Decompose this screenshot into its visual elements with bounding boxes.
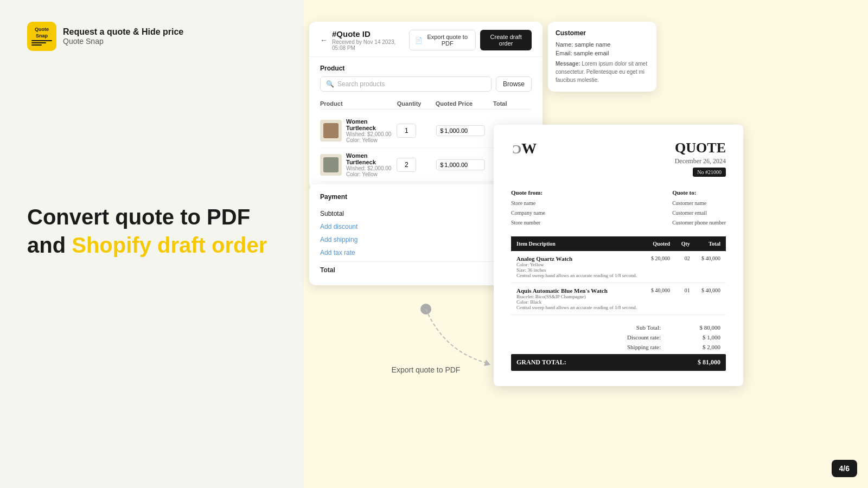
page-indicator-text: 4/6: [839, 464, 850, 473]
page-indicator: 4/6: [832, 460, 857, 477]
discount-label: Discount rate:: [607, 334, 661, 341]
pdf-items-table: Item Description Quoted Qty Total Analog…: [511, 236, 726, 315]
pdf-item1-detail3: Central sweep hand allows an accurate re…: [516, 273, 640, 278]
product-wished-2: Wished: $2,000.00: [346, 165, 394, 171]
quote-to-label: Quote to:: [672, 188, 726, 198]
qty-input-1[interactable]: [397, 124, 416, 138]
pdf-quote-number: No #21000: [693, 168, 726, 177]
headline-highlight: Shopify draft order: [72, 233, 267, 257]
add-shipping-link[interactable]: Add shipping: [320, 236, 358, 243]
customer-name: Name: sample name: [556, 41, 649, 48]
pdf-col-total: Total: [695, 236, 726, 251]
quote-date: Received by Nov 14 2023, 05:08 PM: [332, 39, 409, 51]
pdf-col-qty: Qty: [675, 236, 695, 251]
price-input-2[interactable]: $ 1,000.00: [436, 159, 485, 170]
pdf-logo-area: CW: [511, 140, 538, 157]
pdf-item2-detail2: Color: Black: [516, 299, 640, 305]
pdf-title-area: QUOTE December 26, 2024 No #21000: [675, 140, 726, 177]
product-color-1: Color: Yellow: [346, 137, 394, 143]
brand-title: Request a quote & Hide price: [63, 27, 183, 37]
pdf-store-number: Store number: [511, 218, 545, 228]
main-headline: Convert quote to PDF and Shopify draft o…: [27, 203, 277, 259]
pdf-totals: Sub Total: $ 80,000 Discount rate: $ 1,0…: [511, 323, 726, 371]
product-name-2: Women Turtleneck: [346, 152, 394, 165]
back-arrow-icon[interactable]: ←: [320, 36, 328, 44]
price-input-1[interactable]: $ 1,000.00: [436, 125, 485, 136]
search-placeholder-text: Search products: [337, 80, 385, 88]
logo-text: Quote: [35, 27, 49, 32]
file-icon: 📄: [415, 37, 423, 44]
add-tax-link[interactable]: Add tax rate: [320, 249, 355, 256]
grand-total-label: GRAND TOTAL:: [516, 358, 566, 367]
pdf-item2-total: $ 40,000: [695, 282, 726, 314]
brand-name-group: Request a quote & Hide price Quote Snap: [63, 27, 183, 46]
pdf-item2-qty: 01: [675, 282, 695, 314]
pdf-customer-phone: Customer phone number: [672, 218, 726, 228]
create-draft-button[interactable]: Create draft order: [480, 30, 532, 50]
product-wished-1: Wished: $2,000.00: [346, 131, 394, 137]
pdf-customer-email: Customer email: [672, 208, 726, 218]
pdf-customer-name: Customer name: [672, 198, 726, 208]
quote-card-header: ← #Quote ID Received by Nov 14 2023, 05:…: [309, 22, 542, 57]
headline-and: and: [27, 233, 72, 257]
total-label: Total: [320, 266, 335, 274]
headline-line1: Convert quote to PDF: [27, 205, 250, 229]
pdf-item1-quoted: $ 20,000: [645, 251, 675, 283]
logo-snap: Snap: [36, 34, 48, 38]
pdf-quote-date: December 26, 2024: [675, 157, 726, 165]
customer-title: Customer: [556, 29, 649, 37]
quote-from-block: Quote from: Store name Company name Stor…: [511, 188, 545, 228]
customer-message: Message: Lorem ipsum dolor sit amet cons…: [556, 60, 649, 84]
product-info-2: Women Turtleneck Wished: $2,000.00 Color…: [320, 152, 394, 177]
pdf-item2-detail3: Central sweep hand allows an accurate re…: [516, 305, 640, 310]
pdf-item-row-2: Aquis Automatic Blue Men's Watch Bracele…: [511, 282, 726, 314]
sub-total-value: $ 80,000: [682, 324, 720, 331]
pdf-item1-detail2: Size: 36 inches: [516, 267, 640, 273]
pdf-item2-quoted: $ 40,000: [645, 282, 675, 314]
product-color-2: Color: Yellow: [346, 171, 394, 177]
message-label: Message:: [556, 61, 580, 67]
pdf-logo-text: W: [521, 140, 538, 157]
shipping-label: Shipping rate:: [607, 344, 661, 350]
pdf-item1-qty: 02: [675, 251, 695, 283]
pdf-header: CW QUOTE December 26, 2024 No #21000: [511, 140, 726, 177]
pdf-company-name: Company name: [511, 208, 545, 218]
pdf-col-item: Item Description: [511, 236, 645, 251]
pdf-item1-name: Analog Quartz Watch: [516, 255, 640, 262]
pdf-quote-title: QUOTE: [675, 140, 726, 156]
pdf-col-quoted: Quoted: [645, 236, 675, 251]
brand-logo: Quote Snap: [27, 22, 56, 51]
shipping-value: $ 2,000: [682, 344, 720, 350]
add-discount-link[interactable]: Add discount: [320, 223, 358, 230]
svg-marker-0: [484, 359, 490, 366]
col-price: Quoted Price: [436, 100, 493, 107]
grand-total-row: GRAND TOTAL: $ 81,000: [511, 354, 726, 371]
draft-label: Create draft order: [490, 34, 522, 47]
product-thumb-2: [320, 154, 342, 176]
brand-subtitle: Quote Snap: [63, 37, 183, 46]
customer-panel: Customer Name: sample name Email: sample…: [548, 22, 656, 92]
discount-value: $ 1,000: [682, 334, 720, 341]
pdf-store-name: Store name: [511, 198, 545, 208]
qty-input-2[interactable]: [397, 158, 416, 172]
export-area-label: Export quote to PDF: [392, 365, 461, 374]
quote-id-section: ← #Quote ID Received by Nov 14 2023, 05:…: [320, 29, 409, 51]
search-box[interactable]: 🔍 Search products: [320, 76, 492, 92]
quote-id-title: #Quote ID: [332, 29, 409, 38]
browse-button[interactable]: Browse: [496, 76, 532, 92]
grand-total-value: $ 81,000: [698, 358, 720, 367]
export-dot: [420, 304, 431, 314]
export-pdf-button[interactable]: 📄 Export quote to PDF: [409, 30, 476, 50]
price-value-2: 1,000.00: [444, 162, 468, 168]
pdf-item-row-1: Analog Quartz Watch Color: Yellow Size: …: [511, 251, 726, 283]
quote-to-block: Quote to: Customer name Customer email C…: [672, 188, 726, 228]
sub-total-row: Sub Total: $ 80,000: [511, 323, 726, 332]
brand-header: Quote Snap Request a quote & Hide price …: [27, 22, 277, 51]
pdf-logo: CW: [511, 140, 538, 157]
quote-from-label: Quote from:: [511, 188, 545, 198]
pdf-item1-detail1: Color: Yellow: [516, 262, 640, 267]
search-row: 🔍 Search products Browse: [320, 76, 532, 92]
product-info-1: Women Turtleneck Wished: $2,000.00 Color…: [320, 118, 394, 143]
logo-quote: Quote: [35, 27, 49, 32]
col-quantity: Quantity: [397, 100, 436, 107]
